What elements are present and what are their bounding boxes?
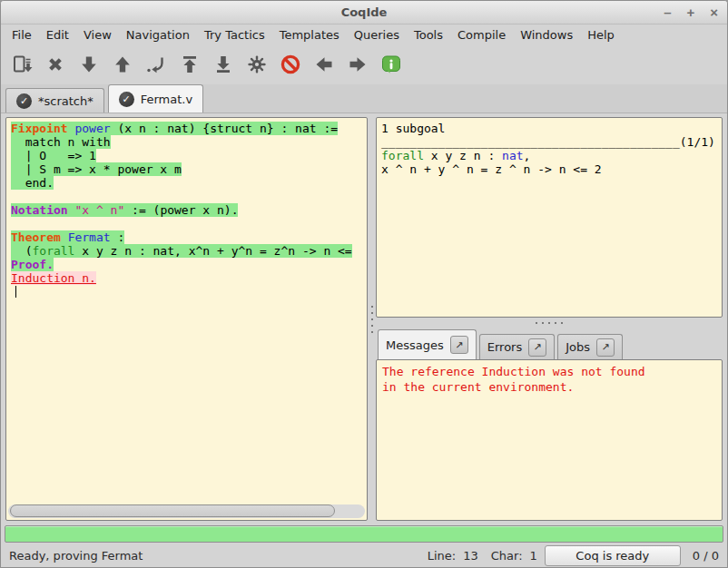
- menu-file[interactable]: File: [5, 26, 39, 44]
- preferences-icon[interactable]: [243, 51, 271, 78]
- code-line: end.: [6, 176, 367, 190]
- maximize-button[interactable]: +: [686, 5, 694, 19]
- tab-label: Errors: [487, 340, 522, 354]
- code-segment: | S m => x * power x m: [11, 162, 182, 176]
- code-segment: power: [74, 122, 110, 135]
- goal-line: ________________________________________…: [377, 135, 722, 149]
- code-line: Notation "x ^ n" := (power x n).: [6, 203, 367, 217]
- code-highlight: match n with: [11, 135, 111, 149]
- vertical-splitter[interactable]: [368, 117, 376, 521]
- code-line: Proof.: [6, 258, 367, 271]
- code-segment: x y z n : nat, x^n + y^n = z^n -> n <=: [74, 244, 351, 258]
- message-line: in the current environment.: [377, 379, 722, 395]
- goal-line: forall x y z n : nat,: [377, 149, 722, 162]
- previous-occurrence-icon[interactable]: [310, 51, 338, 78]
- menu-tools[interactable]: Tools: [407, 26, 450, 44]
- messages-pane[interactable]: The reference Induction was not foundin …: [376, 359, 723, 521]
- goal-segment: ________________________________________…: [381, 135, 680, 149]
- code-line: [6, 285, 367, 299]
- script-editor-pane: Fixpoint power (x n : nat) {struct n} : …: [5, 117, 368, 521]
- code-line: Induction n.: [6, 271, 367, 285]
- code-segment: Induction n.: [11, 271, 96, 285]
- tab-label: Messages: [386, 338, 444, 352]
- code-segment: forall: [32, 244, 74, 258]
- code-segment: | O => 1: [11, 149, 96, 162]
- close-button[interactable]: ×: [710, 5, 718, 19]
- step-backward-icon[interactable]: [109, 51, 136, 78]
- scrollbar-thumb[interactable]: [10, 504, 335, 517]
- menu-navigation[interactable]: Navigation: [119, 26, 197, 44]
- text-cursor: [15, 286, 16, 298]
- code-highlight: Theorem Fermat :: [11, 230, 124, 244]
- code-line: Theorem Fermat :: [6, 230, 367, 244]
- title-bar[interactable]: CoqIde –+×: [1, 1, 727, 24]
- code-highlight: (forall x y z n : nat, x^n + y^n = z^n -…: [11, 244, 352, 258]
- goal-line: x ^ n + y ^ n = z ^ n -> n <= 2: [377, 162, 722, 176]
- detach-icon[interactable]: ↗: [596, 338, 615, 357]
- status-right: Line: 13 Char: 1 Coq is ready 0 / 0: [415, 545, 719, 566]
- minimize-button[interactable]: –: [664, 5, 671, 19]
- code-line: [6, 190, 367, 203]
- close-icon[interactable]: [42, 51, 69, 78]
- code-line: | S m => x * power x m: [6, 162, 367, 176]
- goal-segment: nat: [502, 149, 523, 162]
- code-highlight: end.: [11, 176, 54, 190]
- line-label: Line:: [428, 549, 456, 563]
- proof-counter: 0 / 0: [693, 549, 719, 563]
- goal-line: 1 subgoal: [377, 122, 722, 135]
- checkmark-icon: ✓: [16, 93, 32, 109]
- code-highlight: Induction n.: [11, 271, 96, 285]
- document-tab-bar: ✓*scratch*✓Fermat.v: [1, 84, 727, 113]
- goal-segment: (1/1): [680, 135, 715, 149]
- tab-messages[interactable]: Messages↗: [378, 329, 477, 359]
- tab-label: *scratch*: [38, 94, 93, 108]
- tab-errors[interactable]: Errors↗: [479, 334, 555, 359]
- save-icon[interactable]: [8, 51, 35, 78]
- goal-segment: 1 subgoal: [381, 122, 445, 135]
- tab-label: Fermat.v: [141, 93, 192, 106]
- code-segment: "x ^ n": [74, 203, 124, 217]
- splitter-handle-icon: [536, 322, 563, 324]
- code-highlight: Fixpoint power (x n : nat) {struct n} : …: [11, 122, 338, 135]
- detach-icon[interactable]: ↗: [450, 336, 468, 354]
- code-editor[interactable]: Fixpoint power (x n : nat) {struct n} : …: [6, 118, 367, 504]
- step-forward-icon[interactable]: [75, 51, 103, 78]
- code-segment: (x n : nat) {struct n} : nat :=: [111, 122, 338, 135]
- tab-fermat-v[interactable]: ✓Fermat.v: [108, 84, 203, 113]
- about-icon[interactable]: [378, 51, 405, 78]
- goal-segment: x ^ n + y ^ n = z ^ n -> n <= 2: [381, 162, 602, 176]
- tab-label: Jobs: [566, 340, 590, 354]
- menu-templates[interactable]: Templates: [272, 26, 347, 44]
- interrupt-icon[interactable]: [277, 51, 304, 78]
- menu-help[interactable]: Help: [580, 26, 622, 44]
- horizontal-splitter[interactable]: [376, 318, 723, 328]
- line-value: 13: [463, 549, 478, 563]
- goto-cursor-icon[interactable]: [143, 51, 170, 78]
- menu-edit[interactable]: Edit: [39, 26, 76, 44]
- horizontal-scrollbar[interactable]: [8, 504, 365, 518]
- code-segment: match n with: [11, 135, 111, 149]
- restart-icon[interactable]: [176, 51, 203, 78]
- right-column: 1 subgoal_______________________________…: [376, 117, 723, 521]
- code-segment: Notation: [11, 203, 68, 217]
- goals-pane[interactable]: 1 subgoal_______________________________…: [376, 117, 723, 318]
- code-line: | O => 1: [6, 149, 367, 162]
- menu-view[interactable]: View: [76, 26, 119, 44]
- next-occurrence-icon[interactable]: [344, 51, 371, 78]
- tab-scratch[interactable]: ✓*scratch*: [5, 88, 104, 113]
- menu-bar: FileEditViewNavigationTry TacticsTemplat…: [1, 24, 727, 44]
- menu-compile[interactable]: Compile: [450, 26, 513, 44]
- goal-segment: ,: [524, 149, 531, 162]
- code-line: [6, 217, 367, 230]
- coq-state-indicator[interactable]: Coq is ready: [545, 545, 681, 566]
- code-line: Fixpoint power (x n : nat) {struct n} : …: [6, 122, 367, 135]
- code-segment: end.: [11, 176, 54, 190]
- code-line: (forall x y z n : nat, x^n + y^n = z^n -…: [6, 244, 367, 258]
- detach-icon[interactable]: ↗: [528, 338, 546, 357]
- code-segment: (: [11, 244, 32, 258]
- menu-queries[interactable]: Queries: [347, 26, 407, 44]
- menu-windows[interactable]: Windows: [513, 26, 580, 44]
- goto-end-icon[interactable]: [210, 51, 237, 78]
- menu-try-tactics[interactable]: Try Tactics: [197, 26, 272, 44]
- tab-jobs[interactable]: Jobs↗: [557, 334, 623, 359]
